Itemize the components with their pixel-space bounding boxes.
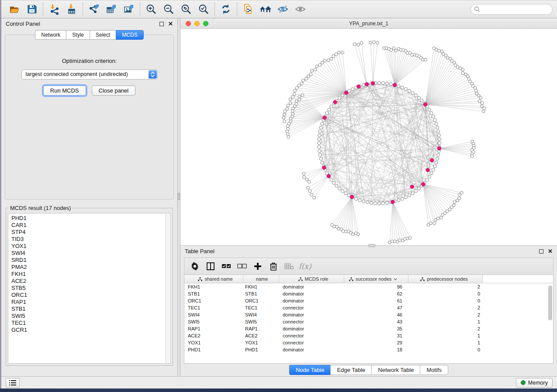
ring-node[interactable] [437, 153, 440, 156]
mcds-result-item[interactable]: SWI4 [11, 250, 170, 257]
leaf-node[interactable] [376, 41, 379, 45]
leaf-node[interactable] [360, 41, 363, 45]
delete-column-icon[interactable] [267, 260, 280, 273]
ring-node[interactable] [318, 138, 321, 141]
ring-node[interactable] [432, 168, 435, 171]
mcds-result-item[interactable]: RAP1 [11, 299, 170, 306]
ring-node[interactable] [321, 122, 324, 125]
leaf-node[interactable] [291, 96, 294, 99]
leaf-node[interactable] [461, 72, 464, 75]
mcds-list-scrollbar[interactable] [165, 214, 170, 363]
leaf-node[interactable] [453, 200, 456, 203]
leaf-node[interactable] [483, 107, 486, 110]
tab-motifs[interactable]: Motifs [420, 365, 448, 375]
leaf-node[interactable] [295, 100, 298, 103]
leaf-node[interactable] [456, 199, 459, 202]
zoom-fit-icon[interactable] [177, 2, 195, 17]
ring-node[interactable] [417, 187, 420, 190]
leaf-node[interactable] [373, 41, 376, 44]
ring-node[interactable] [338, 187, 341, 190]
vertical-splitter[interactable] [177, 18, 180, 376]
leaf-node[interactable] [308, 181, 311, 184]
leaf-node[interactable] [335, 53, 338, 56]
ring-node[interactable] [436, 157, 439, 160]
leaf-node[interactable] [284, 110, 287, 113]
leaf-node[interactable] [401, 239, 404, 242]
table-row[interactable]: FKH1FKH1dominator962 [184, 283, 553, 290]
leaf-node[interactable] [439, 216, 443, 219]
leaf-node[interactable] [458, 193, 461, 196]
leaf-node[interactable] [307, 75, 310, 78]
leaf-node[interactable] [307, 186, 310, 189]
ring-node[interactable] [366, 201, 369, 204]
ring-node[interactable] [317, 141, 320, 144]
leaf-node[interactable] [309, 73, 312, 76]
leaf-node[interactable] [308, 189, 311, 193]
ring-node[interactable] [397, 85, 400, 88]
leaf-node[interactable] [332, 55, 335, 58]
leaf-node[interactable] [440, 50, 443, 53]
leaf-node[interactable] [434, 218, 437, 221]
ring-node[interactable] [430, 111, 433, 114]
leaf-node[interactable] [282, 116, 285, 119]
dominator-node[interactable] [437, 147, 441, 150]
mcds-result-item[interactable]: ORC1 [11, 292, 170, 299]
ring-node[interactable] [428, 108, 431, 111]
leaf-node[interactable] [479, 96, 482, 99]
leaf-node[interactable] [301, 94, 304, 97]
ring-node[interactable] [435, 122, 438, 125]
mcds-result-item[interactable]: FKH1 [11, 271, 170, 278]
ring-node[interactable] [426, 178, 429, 181]
show-panels-list-icon[interactable] [6, 378, 20, 388]
leaf-node[interactable] [310, 193, 313, 196]
table-row[interactable]: SWI5SWI5connector431 [184, 318, 553, 325]
ring-node[interactable] [319, 157, 322, 160]
mcds-result-item[interactable]: SRD1 [11, 257, 170, 264]
leaf-node[interactable] [287, 127, 290, 131]
leaf-node[interactable] [394, 49, 398, 52]
ring-node[interactable] [428, 175, 431, 178]
zoom-in-icon[interactable] [142, 2, 160, 17]
tab-node-table[interactable]: Node Table [289, 365, 331, 375]
ring-node[interactable] [408, 194, 411, 197]
float-panel-icon[interactable] [159, 22, 164, 26]
dominator-node[interactable] [430, 158, 434, 162]
run-mcds-button[interactable]: Run MCDS [43, 86, 86, 96]
dominator-node[interactable] [327, 174, 330, 178]
leaf-node[interactable] [295, 103, 298, 106]
ring-node[interactable] [414, 189, 417, 193]
leaf-node[interactable] [330, 57, 333, 60]
tab-select[interactable]: Select [90, 30, 116, 40]
unselect-all-icon[interactable] [236, 260, 248, 273]
leaf-node[interactable] [390, 48, 393, 52]
leaf-node[interactable] [298, 84, 301, 87]
mcds-result-item[interactable]: GCR1 [11, 327, 170, 334]
ring-node[interactable] [438, 138, 441, 141]
table-row[interactable]: SWI4SWI4dominator462 [184, 311, 553, 318]
table-row[interactable]: PHD1PHD1dominator180 [184, 346, 553, 353]
dominator-node[interactable] [333, 100, 337, 104]
tab-mcds[interactable]: MCDS [116, 30, 143, 40]
leaf-node[interactable] [481, 102, 484, 105]
leaf-node[interactable] [427, 224, 430, 227]
leaf-node[interactable] [302, 172, 305, 175]
leaf-node[interactable] [341, 51, 344, 54]
leaf-node[interactable] [353, 43, 356, 46]
leaf-node[interactable] [318, 63, 322, 66]
leaf-node[interactable] [369, 41, 372, 44]
ring-node[interactable] [338, 96, 341, 100]
tab-style[interactable]: Style [66, 30, 90, 40]
leaf-node[interactable] [388, 241, 391, 244]
close-panel-button[interactable]: Close panel [92, 86, 136, 96]
dominator-node[interactable] [323, 116, 326, 120]
network-canvas[interactable] [180, 29, 557, 246]
ring-node[interactable] [404, 88, 407, 91]
leaf-node[interactable] [315, 65, 318, 68]
float-table-panel-icon[interactable] [539, 249, 543, 254]
delete-table-icon[interactable] [283, 260, 295, 273]
tab-network[interactable]: Network [35, 30, 66, 40]
ring-node[interactable] [411, 92, 414, 95]
leaf-node[interactable] [482, 110, 485, 113]
leaf-node[interactable] [338, 51, 341, 54]
ring-node[interactable] [437, 130, 440, 133]
